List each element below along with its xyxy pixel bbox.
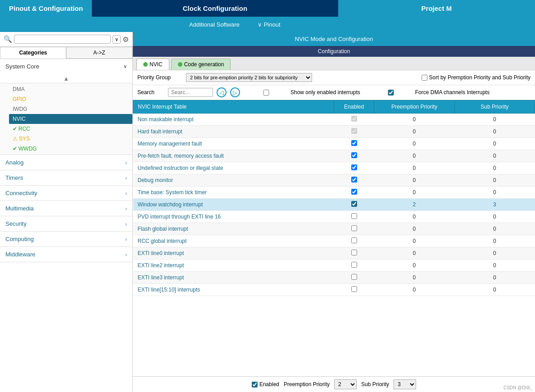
interrupt-table-container: NVIC Interrupt Table Enabled Preemption …	[133, 100, 535, 376]
interrupt-sub-4: 0	[454, 162, 535, 174]
interrupt-checkbox-4[interactable]	[351, 164, 357, 170]
interrupt-enabled-1[interactable]	[334, 126, 374, 138]
additional-software-item[interactable]: Additional Software	[180, 21, 249, 28]
interrupt-enabled-12[interactable]	[334, 260, 374, 272]
pinout-dropdown-item[interactable]: ∨ Pinout	[249, 21, 289, 28]
interrupt-name-13: EXTI line3 interrupt	[133, 272, 334, 284]
interrupt-preemption-9: 0	[374, 223, 454, 235]
interrupt-checkbox-7[interactable]	[351, 201, 357, 207]
interrupt-preemption-12: 0	[374, 260, 454, 272]
tab-categories[interactable]: Categories	[0, 47, 66, 59]
bottom-enabled-checkbox[interactable]	[252, 382, 258, 387]
pinout-tab[interactable]: Pinout & Configuration	[0, 0, 92, 17]
interrupt-sub-2: 0	[454, 138, 535, 150]
nvic-dot-icon	[143, 62, 148, 67]
interrupt-preemption-4: 0	[374, 162, 454, 174]
interrupt-enabled-2[interactable]	[334, 138, 374, 150]
search-input-main[interactable]	[168, 88, 213, 97]
search-prev-button[interactable]: ◁	[217, 87, 227, 97]
system-core-content: DMA GPIO IWDG NVIC ✔RCC ⚠SYS ✔WW	[0, 83, 132, 155]
interrupt-checkbox-5[interactable]	[351, 177, 357, 182]
section-analog-header[interactable]: Analog ›	[0, 155, 132, 170]
interrupt-enabled-5[interactable]	[334, 174, 374, 187]
interrupt-enabled-8[interactable]	[334, 211, 374, 223]
analog-expand-icon: ›	[125, 160, 127, 165]
section-middleware-header[interactable]: Middleware ›	[0, 247, 132, 262]
clock-tab[interactable]: Clock Configuration	[92, 0, 338, 17]
interrupt-enabled-7[interactable]	[334, 199, 374, 211]
search-next-button[interactable]: ▷	[230, 87, 240, 97]
interrupt-name-4: Undefined instruction or illegal state	[133, 162, 334, 174]
interrupt-enabled-11[interactable]	[334, 247, 374, 260]
tab-nvic[interactable]: NVIC	[136, 59, 169, 70]
interrupt-checkbox-2[interactable]	[351, 140, 357, 146]
interrupt-enabled-3[interactable]	[334, 150, 374, 162]
search-input[interactable]	[14, 35, 111, 44]
gear-icon[interactable]: ⚙	[122, 35, 129, 44]
interrupt-sub-5: 0	[454, 174, 535, 187]
priority-group-select[interactable]: 2 bits for pre-emption priority 2 bits f…	[186, 73, 312, 82]
interrupt-enabled-10[interactable]	[334, 235, 374, 247]
interrupt-checkbox-12[interactable]	[351, 262, 357, 268]
interrupt-name-2: Memory management fault	[133, 138, 334, 150]
interrupt-sub-1: 0	[454, 126, 535, 138]
bottom-sub-label: Sub Priority	[361, 381, 389, 387]
interrupt-checkbox-11[interactable]	[351, 250, 357, 255]
tab-code-generation[interactable]: Code generation	[171, 59, 231, 70]
bottom-preemption-select[interactable]: 2 0 1 3	[334, 379, 357, 389]
sort-checkbox[interactable]	[422, 75, 427, 81]
priority-group-row: Priority Group 2 bits for pre-emption pr…	[133, 70, 535, 85]
watermark: CSDN @Drill_	[503, 385, 532, 390]
section-security-header[interactable]: Security ›	[0, 216, 132, 231]
sidebar-item-nvic[interactable]: NVIC	[9, 114, 132, 124]
pinout-tab-label: Pinout & Configuration	[9, 5, 83, 12]
project-tab[interactable]: Project M	[338, 0, 535, 17]
sidebar-item-gpio[interactable]: GPIO	[9, 94, 132, 104]
section-computing-header[interactable]: Computing ›	[0, 232, 132, 246]
show-enabled-checkbox[interactable]	[244, 90, 289, 96]
section-connectivity: Connectivity ›	[0, 186, 132, 201]
tab-atoz[interactable]: A->Z	[66, 47, 132, 59]
interrupt-checkbox-6[interactable]	[351, 189, 357, 195]
section-system-core-header[interactable]: System Core ∨	[0, 59, 132, 74]
interrupt-enabled-4[interactable]	[334, 162, 374, 174]
project-tab-label: Project M	[422, 5, 452, 12]
interrupt-sub-11: 0	[454, 247, 535, 260]
collapse-icon[interactable]: ▲	[63, 75, 69, 82]
section-analog: Analog ›	[0, 155, 132, 170]
sidebar-item-iwdg[interactable]: IWDG	[9, 104, 132, 114]
interrupt-preemption-5: 0	[374, 174, 454, 187]
interrupt-enabled-13[interactable]	[334, 272, 374, 284]
interrupt-checkbox-0[interactable]	[351, 116, 357, 122]
section-timers-header[interactable]: Timers ›	[0, 170, 132, 185]
interrupt-enabled-0[interactable]	[334, 114, 374, 126]
search-label: Search	[137, 89, 164, 96]
interrupt-checkbox-8[interactable]	[351, 213, 357, 219]
bottom-enabled-label: Enabled	[252, 381, 279, 387]
middleware-expand-icon: ›	[125, 252, 127, 257]
interrupt-checkbox-3[interactable]	[351, 152, 357, 158]
second-header: Additional Software ∨ Pinout	[0, 17, 535, 32]
dropdown-arrow[interactable]: ∨	[113, 35, 121, 44]
interrupt-checkbox-1[interactable]	[351, 128, 357, 134]
force-dma-checkbox[interactable]	[368, 90, 413, 96]
sidebar-item-wwdg[interactable]: ✔WWDG	[9, 144, 132, 154]
sidebar-item-rcc[interactable]: ✔RCC	[9, 124, 132, 134]
interrupt-checkbox-10[interactable]	[351, 237, 357, 243]
sidebar-item-sys[interactable]: ⚠SYS	[9, 134, 132, 144]
interrupt-checkbox-13[interactable]	[351, 274, 357, 280]
bottom-sub-select[interactable]: 3 0 1 2	[394, 379, 416, 389]
section-multimedia-header[interactable]: Multimedia ›	[0, 201, 132, 216]
col-header-sub: Sub Priority	[454, 100, 535, 114]
sidebar-item-dma[interactable]: DMA	[9, 84, 132, 94]
sidebar-search-bar: 🔍 ∨ ⚙	[0, 32, 132, 47]
section-connectivity-header[interactable]: Connectivity ›	[0, 186, 132, 201]
interrupt-checkbox-14[interactable]	[351, 286, 357, 292]
interrupt-checkbox-9[interactable]	[351, 225, 357, 231]
interrupt-enabled-9[interactable]	[334, 223, 374, 235]
interrupt-enabled-6[interactable]	[334, 187, 374, 199]
interrupt-preemption-13: 0	[374, 272, 454, 284]
interrupt-name-10: RCC global interrupt	[133, 235, 334, 247]
interrupt-sub-0: 0	[454, 114, 535, 126]
interrupt-enabled-14[interactable]	[334, 284, 374, 296]
